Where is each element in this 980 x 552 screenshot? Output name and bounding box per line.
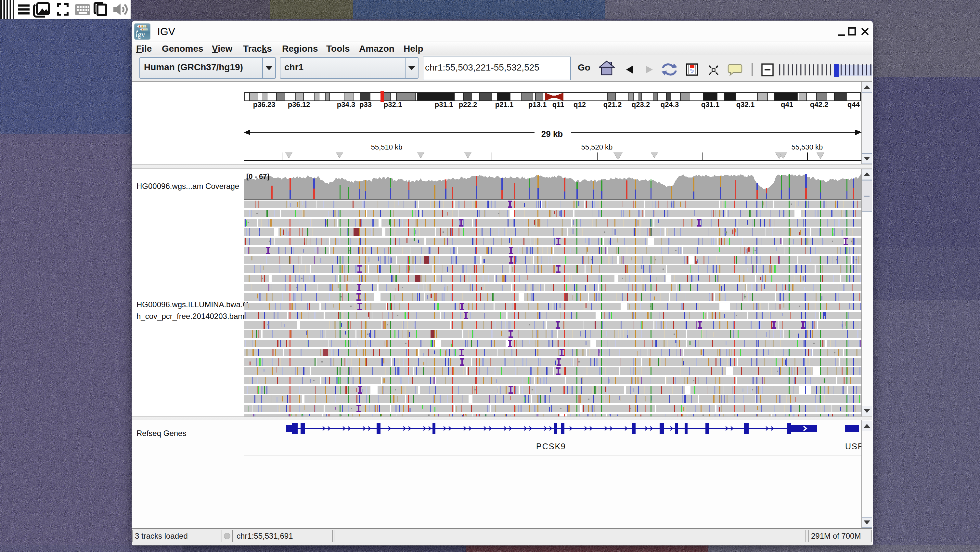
svg-text:p36.23: p36.23 [253, 101, 275, 108]
svg-text:p13.1: p13.1 [528, 101, 547, 108]
svg-text:q11: q11 [552, 101, 565, 108]
svg-text:q21.2: q21.2 [603, 101, 622, 108]
svg-text:q23.2: q23.2 [632, 101, 650, 108]
svg-text:p32.1: p32.1 [384, 101, 402, 108]
svg-text:[0 - 67]: [0 - 67] [246, 172, 269, 180]
svg-text:55,520 kb: 55,520 kb [581, 143, 613, 151]
svg-text:p36.12: p36.12 [288, 101, 310, 108]
svg-text:igv: igv [135, 30, 145, 39]
svg-text:q44: q44 [848, 101, 860, 108]
svg-text:p31.1: p31.1 [435, 101, 453, 108]
svg-text:q12: q12 [574, 101, 586, 108]
svg-text:q31.1: q31.1 [701, 101, 719, 108]
svg-text:55,530 kb: 55,530 kb [792, 143, 823, 151]
svg-text:q24.3: q24.3 [660, 101, 679, 108]
svg-text:q42.2: q42.2 [810, 101, 828, 108]
svg-text:p34.3: p34.3 [337, 101, 355, 108]
svg-text:q32.1: q32.1 [736, 101, 754, 108]
svg-text:p22.2: p22.2 [459, 101, 477, 108]
svg-text:55,510 kb: 55,510 kb [371, 143, 402, 151]
svg-text:USP24: USP24 [845, 442, 863, 451]
svg-text:p21.1: p21.1 [495, 101, 513, 108]
svg-text:29 kb: 29 kb [541, 129, 563, 139]
svg-text:PCSK9: PCSK9 [536, 442, 566, 451]
svg-text:q41: q41 [781, 101, 793, 108]
svg-text:p33: p33 [360, 101, 372, 108]
